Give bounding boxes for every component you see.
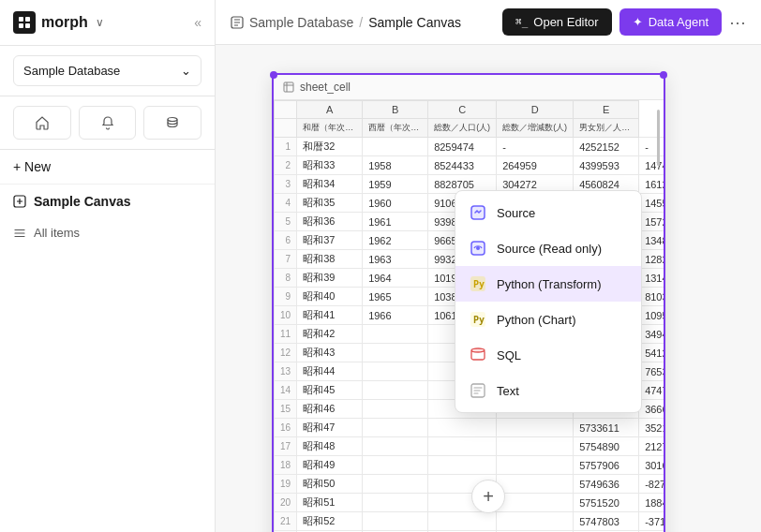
cell-r17-c4 xyxy=(497,456,574,475)
cell-r17-c2 xyxy=(363,456,428,475)
cell-r16-c6: 21279 xyxy=(639,437,664,456)
cell-r16-c1: 昭和48 xyxy=(297,437,363,456)
menu-item-sql-label: SQL xyxy=(497,348,521,362)
cell-r7-c2: 1964 xyxy=(363,269,428,288)
cell-r4-c1: 昭和36 xyxy=(297,213,363,231)
sheet-icon xyxy=(283,81,294,93)
cell-r10-c6: 34941 xyxy=(639,325,664,344)
row-number: 15 xyxy=(275,400,297,419)
cell-r1-c3: 8524433 xyxy=(428,156,497,175)
sidebar-item-canvas[interactable]: Sample Canvas xyxy=(0,185,215,218)
cell-r0-c6: - xyxy=(639,138,664,156)
sidebar-collapse-button[interactable]: « xyxy=(194,15,201,30)
source-icon xyxy=(469,203,487,222)
cell-r10-c1: 昭和42 xyxy=(297,325,363,344)
col-subheader-d: 総数／増減数(人) xyxy=(497,119,574,138)
cell-r11-c1: 昭和43 xyxy=(297,344,363,362)
bell-button[interactable] xyxy=(79,106,137,140)
cell-r17-c6: 3016 xyxy=(639,456,664,475)
cell-r12-c2 xyxy=(363,362,428,381)
list-icon xyxy=(13,227,26,240)
cell-r8-c6: 81032 xyxy=(639,288,664,306)
cell-r19-c1: 昭和51 xyxy=(297,494,363,512)
cell-r14-c2 xyxy=(363,400,428,419)
db-selector-chevron: ⌄ xyxy=(181,64,191,78)
row-number: 9 xyxy=(275,288,297,306)
cell-r15-c5: 5733611 xyxy=(574,419,639,437)
row-number: 2 xyxy=(275,156,297,175)
row-number: 14 xyxy=(275,381,297,400)
col-header-c: C xyxy=(428,101,497,119)
row-number: 8 xyxy=(275,269,297,288)
svg-text:Py: Py xyxy=(473,279,485,289)
col-header-a: A xyxy=(297,101,363,119)
menu-item-source-readonly[interactable]: Source (Read only) xyxy=(455,230,641,266)
cell-r20-c1: 昭和52 xyxy=(297,512,363,531)
resize-handle-tl[interactable] xyxy=(270,71,277,79)
cell-r11-c6: 54124 xyxy=(639,344,664,362)
cell-r12-c1: 昭和44 xyxy=(297,362,363,381)
cell-r20-c5: 5747803 xyxy=(574,512,639,531)
db-selector[interactable]: Sample Database ⌄ xyxy=(13,55,201,86)
cell-r18-c1: 昭和50 xyxy=(297,475,363,494)
home-button[interactable] xyxy=(13,106,71,140)
table-row: 2昭和33195885244332649594399593147441 xyxy=(275,156,664,175)
cell-r1-c1: 昭和33 xyxy=(297,156,363,175)
cell-r5-c2: 1962 xyxy=(363,231,428,250)
cell-r20-c2 xyxy=(363,512,428,531)
row-number: 3 xyxy=(275,175,297,194)
cell-r15-c1: 昭和47 xyxy=(297,419,363,437)
cell-r2-c6: 161231 xyxy=(639,175,664,194)
cell-r13-c1: 昭和45 xyxy=(297,381,363,400)
table-row: 19昭和505749636-8270 xyxy=(275,475,664,494)
open-editor-button[interactable]: ⌘_ Open Editor xyxy=(502,8,612,36)
menu-item-text[interactable]: Text xyxy=(455,373,641,408)
more-options-button[interactable]: ⋯ xyxy=(729,12,746,33)
col-header-rownum2 xyxy=(275,119,297,138)
cell-r1-c5: 4399593 xyxy=(574,156,639,175)
cell-r17-c5: 5757906 xyxy=(574,456,639,475)
sheet-scrollbar[interactable] xyxy=(657,110,660,166)
menu-item-python-transform-label: Python (Transform) xyxy=(497,277,602,291)
cell-r15-c2 xyxy=(363,419,428,437)
topbar-actions: ⌘_ Open Editor ✦ Data Agent ⋯ xyxy=(502,8,746,36)
canvas-area[interactable]: sheet_cell A B C D E xyxy=(216,45,761,532)
menu-item-sql[interactable]: SQL xyxy=(455,337,641,373)
source-readonly-icon xyxy=(469,239,487,258)
cell-r16-c3 xyxy=(428,437,497,456)
col-header-b: B xyxy=(363,101,428,119)
cell-r7-c6: 131437 xyxy=(639,269,664,288)
cell-r18-c6: -8270 xyxy=(639,475,664,494)
cell-r5-c6: 134830 xyxy=(639,231,664,250)
canvas-item-label: Sample Canvas xyxy=(34,194,131,209)
breadcrumb: Sample Database / Sample Canvas xyxy=(231,15,461,30)
cell-r17-c3 xyxy=(428,456,497,475)
database-button[interactable] xyxy=(143,106,201,140)
cell-r19-c5: 5751520 xyxy=(574,494,639,512)
sidebar: morph ∨ « Sample Database ⌄ xyxy=(0,0,216,532)
svg-rect-1 xyxy=(25,17,30,22)
menu-item-python-transform[interactable]: Py Python (Transform) xyxy=(455,266,641,302)
sidebar-item-all-items[interactable]: All items xyxy=(0,218,215,247)
cell-r16-c5: 5754890 xyxy=(574,437,639,456)
add-block-button[interactable]: + xyxy=(471,480,505,513)
menu-item-text-label: Text xyxy=(497,384,519,398)
cell-r0-c3: 8259474 xyxy=(428,138,497,156)
data-agent-button[interactable]: ✦ Data Agent xyxy=(619,8,722,36)
col-subheader-c: 総数／人口(人) xyxy=(428,119,497,138)
menu-item-source[interactable]: Source xyxy=(455,195,641,230)
cell-r0-c1: 和暦32 xyxy=(297,138,363,156)
sidebar-logo[interactable]: morph ∨ xyxy=(13,11,104,34)
editor-icon: ⌘_ xyxy=(515,16,528,28)
row-number: 13 xyxy=(275,362,297,381)
resize-handle-tr[interactable] xyxy=(660,71,667,79)
row-number: 18 xyxy=(275,456,297,475)
new-button[interactable]: + New xyxy=(0,150,215,185)
cell-r0-c2 xyxy=(363,138,428,156)
menu-item-python-chart[interactable]: Py Python (Chart) xyxy=(455,302,641,337)
cell-r12-c6: 76537 xyxy=(639,362,664,381)
cell-r1-c2: 1958 xyxy=(363,156,428,175)
col-header-rownum xyxy=(275,101,297,119)
cell-r9-c6: 109541 xyxy=(639,306,664,325)
col-subheader-e: 男女別／人／人... xyxy=(574,119,639,138)
